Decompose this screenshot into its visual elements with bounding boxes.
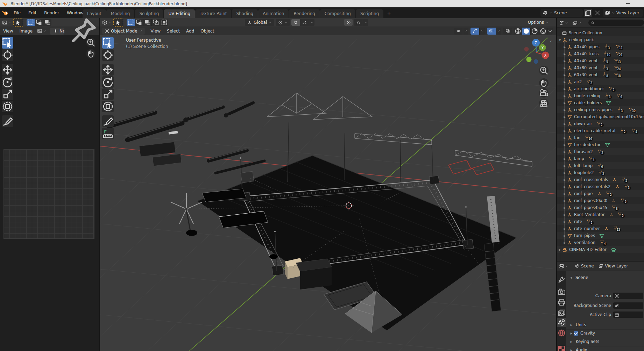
select-mode-new-button[interactable] [127,19,135,26]
workspace-tab-rendering[interactable]: Rendering [289,9,319,18]
expand-arrow-icon[interactable]: ▶ [558,248,562,251]
outliner-row-cinema_4d_editor[interactable]: ▶CINEMA_4D_Editor [557,246,644,253]
vp-menu-select[interactable]: Select [164,29,183,34]
gizmo-neg-y[interactable] [526,57,532,62]
view-layer-selector[interactable]: View Layer [603,9,643,17]
outliner-row-boole_ceiling[interactable]: ▶boole_ceiling36 [557,92,644,99]
outliner-row-loophole2[interactable]: ▶loophole22 [557,169,644,176]
gravity-checkbox[interactable] [574,331,578,336]
menu-edit[interactable]: Edit [24,10,40,15]
tool-measure-button[interactable] [102,128,114,139]
active-clip-field[interactable] [613,311,643,318]
select-mode-intersect-button[interactable] [160,19,168,26]
unlink-scene-button[interactable] [593,9,602,17]
outliner-row-ventilation[interactable]: ▶ventilation4 [557,239,644,246]
properties-tab-render[interactable] [557,287,566,296]
vp-ortho-toggle-button[interactable] [539,99,549,108]
shading-material-preview-button[interactable] [531,28,539,35]
new-scene-button[interactable] [584,9,592,17]
outliner-row-air2[interactable]: ▶air22 [557,78,644,85]
expand-arrow-icon[interactable]: ▶ [569,349,574,351]
visibility-icon[interactable] [454,28,463,35]
proportional-edit-toggle[interactable] [344,19,353,26]
outliner-search[interactable] [588,20,644,26]
workspace-tab-shading[interactable]: Shading [232,9,258,18]
select-mode-new-button[interactable] [27,19,35,26]
minimize-icon[interactable] [626,3,630,4]
tool-scale-button[interactable] [102,88,114,100]
snap-target-button[interactable] [300,19,309,26]
transform-orientation-dropdown[interactable]: Global [245,19,274,26]
uv-editor-type-button[interactable] [2,20,11,25]
outliner-row-electric_cable_metal[interactable]: ▶electric_cable_metal24 [557,127,644,134]
outliner-row-root_ventilator[interactable]: ▶Root_Ventilator5 [557,211,644,218]
uv-menu-view[interactable]: View [0,29,16,34]
shading-solid-button[interactable] [522,28,531,35]
background-scene-field[interactable] [613,302,643,309]
outliner-row-rote[interactable]: ▶rote2 [557,218,644,225]
select-mode-extend-button[interactable] [35,19,43,26]
outliner-row-roof_crossmetals2[interactable]: ▶roof_crossmetals23 [557,183,644,190]
expand-arrow-icon[interactable]: ▶ [569,332,574,335]
outliner-row-lamp[interactable]: ▶lamp4 [557,155,644,162]
camera-field[interactable] [613,293,643,299]
outliner-row-roof_crossmetals[interactable]: ▶roof_crossmetals5 [557,176,644,183]
vp-zoom-button[interactable] [539,66,549,75]
outliner-editor-type-button[interactable] [559,20,568,26]
outliner-row-roof_pipes45x45[interactable]: ▶roof_pipes45x458 [557,204,644,211]
outliner-row-fire_dedector[interactable]: ▶fire_dedector [557,141,644,148]
workspace-tab-animation[interactable]: Animation [258,9,289,18]
menu-render[interactable]: Render [40,10,63,15]
gizmo-neg-z[interactable] [534,59,538,64]
tool-cursor-button[interactable] [2,49,13,61]
outliner-row-down_air[interactable]: ▶down_air2 [557,120,644,127]
vp-pan-hand-button[interactable] [539,78,549,88]
search-input[interactable] [596,20,636,26]
properties-tab-tool[interactable] [557,275,566,284]
outliner-row-40x40_truss[interactable]: ▶40x40_truss1021 [557,50,644,57]
tool-select-box-button[interactable] [2,37,13,49]
vp-editor-type-button[interactable] [102,20,111,25]
new-image-button[interactable]: New [50,28,64,35]
mode-dropdown[interactable]: Object Mode [102,28,145,35]
tool-scale-button[interactable] [2,88,13,100]
outliner-row-turn_pipes[interactable]: ▶turn_pipes [557,232,644,239]
outliner-row-roof_pipe[interactable]: ▶roof_pipe2 [557,190,644,197]
vp-camera-view-button[interactable] [539,88,549,98]
scene-selector[interactable]: Scene [540,9,583,17]
scene-section-header[interactable]: ▼Scene [566,274,644,281]
outliner-row-scene-collection[interactable]: Scene Collection [557,29,644,36]
select-mode-extend-button[interactable] [135,19,143,26]
properties-editor-type-button[interactable] [559,264,568,269]
overlays-icon[interactable] [487,28,496,35]
chevron-down-icon[interactable] [363,19,368,26]
viewport-scene[interactable] [100,35,556,351]
vp-menu-object[interactable]: Object [197,29,217,34]
breadcrumb-view-layer[interactable]: View Layer [605,264,628,268]
uv-grid-canvas[interactable] [3,149,94,239]
chevron-down-icon[interactable] [479,28,485,35]
breadcrumb-scene[interactable]: Scene [581,264,594,268]
navigation-gizmo[interactable]: Z Y X [521,36,551,66]
outliner-row-florasan2[interactable]: ▶florasan22 [557,148,644,155]
outliner-row-roof_pipes30x30[interactable]: ▶roof_pipes30x306 [557,197,644,204]
uv-pan-hand-button[interactable] [86,49,95,58]
tool-annotate-button[interactable] [102,115,114,127]
properties-tab-scene[interactable] [557,318,566,327]
menu-file[interactable]: File [10,10,24,15]
outliner-row-loft_lamp[interactable]: ▶loft_lamp6 [557,162,644,169]
uv-menu-image[interactable]: Image [16,29,36,34]
sidebar-collapse-icon[interactable]: ‹ [550,38,552,44]
workspace-tab-sculpting[interactable]: Sculpting [135,9,163,18]
tool-select-box-button[interactable] [102,37,114,49]
uv-active-tool-button[interactable] [13,19,23,27]
outliner-row-rote_number[interactable]: ▶rote_number12 [557,225,644,232]
xray-toggle[interactable] [503,28,512,35]
chevron-down-icon[interactable] [496,28,501,35]
tool-cursor-button[interactable] [102,49,114,61]
vp-active-tool-button[interactable] [113,19,123,27]
vp-menu-add[interactable]: Add [183,29,197,34]
tool-annotate-button[interactable] [2,115,13,127]
section-gravity[interactable]: ▶Gravity [566,329,644,337]
expand-arrow-icon[interactable]: ▶ [569,340,574,343]
